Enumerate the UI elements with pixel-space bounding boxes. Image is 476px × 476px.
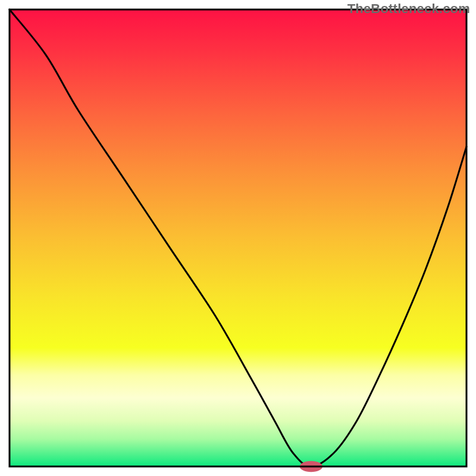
bottleneck-chart (0, 0, 476, 476)
plot-background (10, 10, 466, 466)
chart-container: TheBottleneck.com (0, 0, 476, 476)
